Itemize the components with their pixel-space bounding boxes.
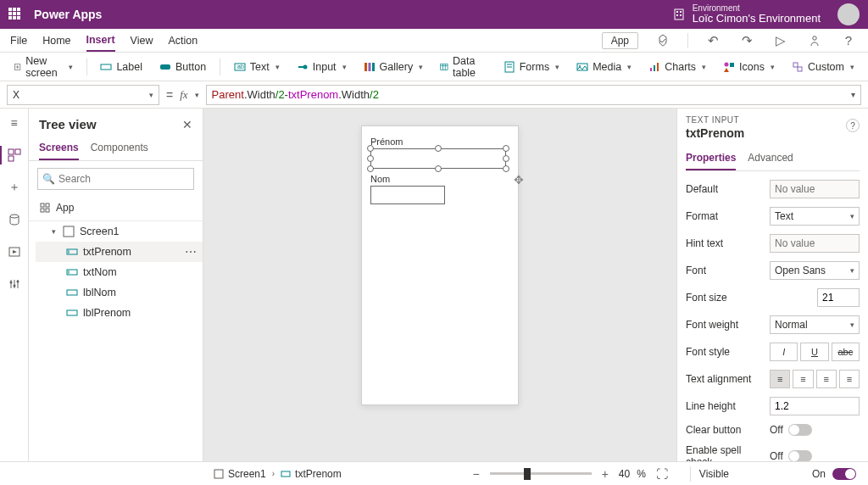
forms-menu[interactable]: Forms▾	[497, 58, 566, 76]
align-justify-button[interactable]: ≡	[839, 370, 860, 388]
resize-handle[interactable]	[367, 165, 374, 172]
spell-toggle[interactable]	[788, 450, 812, 461]
status-bar: Screen1 › txtPrenom − + 40 % ⛶ Visible O…	[0, 461, 868, 485]
prop-label: Hint text	[686, 237, 770, 249]
expand-formula-icon[interactable]: ▾	[851, 90, 855, 99]
help-icon[interactable]: ?	[846, 119, 860, 132]
chevron-down-icon[interactable]: ▾	[49, 227, 58, 236]
button-button[interactable]: Button	[153, 58, 213, 76]
play-icon[interactable]: ▷	[771, 31, 790, 50]
label-icon	[66, 307, 78, 319]
prop-fontsize-input[interactable]	[817, 288, 860, 307]
tab-screens[interactable]: Screens	[39, 137, 79, 160]
underline-button[interactable]: U	[800, 343, 828, 361]
zoom-slider[interactable]	[490, 472, 592, 475]
menu-home[interactable]: Home	[42, 31, 70, 51]
resize-handle[interactable]	[367, 145, 374, 152]
prop-default-input[interactable]	[770, 180, 860, 198]
fit-screen-icon[interactable]: ⛶	[653, 467, 671, 481]
formula-input[interactable]: Parent.Width/2 - txtPrenom.Width/2 ▾	[206, 85, 861, 105]
tab-advanced[interactable]: Advanced	[748, 147, 793, 170]
resize-handle[interactable]	[367, 155, 374, 162]
menu-insert[interactable]: Insert	[86, 30, 115, 52]
media-menu[interactable]: Media▾	[570, 58, 638, 76]
tree-screen1[interactable]: ▾ Screen1	[36, 221, 203, 242]
app-checker-icon[interactable]	[654, 31, 672, 50]
align-center-button[interactable]: ≡	[793, 370, 813, 388]
search-input[interactable]	[37, 168, 194, 190]
label-button[interactable]: Label	[93, 58, 149, 76]
tab-properties[interactable]: Properties	[686, 147, 736, 170]
share-icon[interactable]	[805, 31, 824, 50]
add-icon[interactable]: ＋	[5, 178, 24, 197]
app-node[interactable]: App	[29, 197, 203, 221]
resize-handle[interactable]	[435, 165, 442, 172]
tree-item-lblnom[interactable]: lblNom	[36, 282, 203, 303]
prop-lineheight-input[interactable]	[770, 397, 860, 415]
phone-screen[interactable]: Prénom ✥ Nom	[361, 125, 519, 405]
custom-menu[interactable]: Custom▾	[785, 58, 861, 76]
charts-menu[interactable]: Charts▾	[642, 58, 713, 76]
canvas-textinput-nom[interactable]	[370, 186, 445, 204]
prop-fontweight-select[interactable]: Normal▾	[770, 315, 860, 334]
more-icon[interactable]: ⋯	[185, 245, 198, 259]
tab-components[interactable]: Components	[91, 137, 148, 160]
gallery-menu[interactable]: Gallery▾	[357, 58, 431, 76]
chevron-down-icon: ▾	[342, 63, 347, 71]
data-icon[interactable]	[5, 210, 24, 229]
media-panel-icon[interactable]	[5, 242, 24, 261]
tree-view-icon[interactable]	[0, 146, 27, 164]
breadcrumb[interactable]: Screen1 › txtPrenom	[214, 468, 342, 480]
prop-font-select[interactable]: Open Sans▾	[770, 261, 860, 280]
resize-handle[interactable]	[435, 145, 442, 152]
svg-rect-27	[650, 68, 652, 71]
move-icon[interactable]: ✥	[514, 173, 524, 187]
menu-action[interactable]: Action	[168, 31, 198, 51]
svg-point-30	[725, 62, 729, 66]
redo-icon[interactable]: ↷	[737, 31, 756, 50]
text-menu[interactable]: abText▾	[227, 58, 287, 76]
menu-view[interactable]: View	[131, 31, 153, 51]
chevron-down-icon[interactable]: ▾	[195, 91, 199, 99]
icons-menu[interactable]: Icons▾	[716, 58, 782, 76]
zoom-thumb[interactable]	[524, 468, 531, 480]
waffle-icon[interactable]	[8, 8, 22, 21]
prop-format-select[interactable]: Text▾	[770, 207, 860, 226]
tools-icon[interactable]	[5, 275, 24, 293]
tree-item-txtprenom[interactable]: txtPrenom ⋯	[36, 242, 203, 262]
close-icon[interactable]: ✕	[182, 118, 192, 131]
undo-icon[interactable]: ↶	[704, 31, 722, 50]
canvas-label-nom[interactable]: Nom	[370, 174, 509, 184]
selected-textinput[interactable]: ✥	[370, 148, 506, 169]
clear-toggle[interactable]	[788, 424, 812, 436]
svg-rect-57	[281, 471, 290, 477]
align-left-button[interactable]: ≡	[770, 370, 790, 388]
hamburger-icon[interactable]: ≡	[5, 114, 24, 132]
input-menu[interactable]: Input▾	[290, 58, 353, 76]
new-screen-button[interactable]: New screen▾	[7, 52, 80, 82]
property-selector[interactable]: X▾	[7, 85, 159, 105]
zoom-in-button[interactable]: +	[598, 467, 612, 481]
italic-button[interactable]: I	[770, 343, 798, 361]
resize-handle[interactable]	[503, 145, 509, 152]
tree-item-txtnom[interactable]: txtNom	[36, 262, 203, 282]
app-button[interactable]: App	[602, 32, 638, 49]
svg-rect-28	[654, 65, 655, 71]
resize-handle[interactable]	[503, 155, 509, 162]
zoom-out-button[interactable]: −	[469, 467, 482, 481]
avatar[interactable]	[837, 3, 860, 25]
align-right-button[interactable]: ≡	[816, 370, 837, 388]
tree-search[interactable]: 🔍	[37, 168, 194, 190]
datatable-button[interactable]: Data table	[433, 52, 493, 82]
media-label: Media	[593, 61, 621, 73]
environment-picker[interactable]: Environment Loïc Cimon's Environment	[664, 3, 829, 25]
strike-button[interactable]: abc	[832, 343, 860, 361]
menu-file[interactable]: File	[10, 31, 27, 51]
help-icon[interactable]: ?	[839, 31, 858, 50]
visible-toggle[interactable]	[832, 468, 856, 480]
prop-hint-input[interactable]	[770, 234, 860, 253]
svg-point-5	[813, 36, 816, 39]
design-canvas[interactable]: Prénom ✥ Nom	[203, 109, 676, 461]
tree-item-lblprenom[interactable]: lblPrenom	[36, 303, 203, 323]
resize-handle[interactable]	[503, 165, 509, 172]
